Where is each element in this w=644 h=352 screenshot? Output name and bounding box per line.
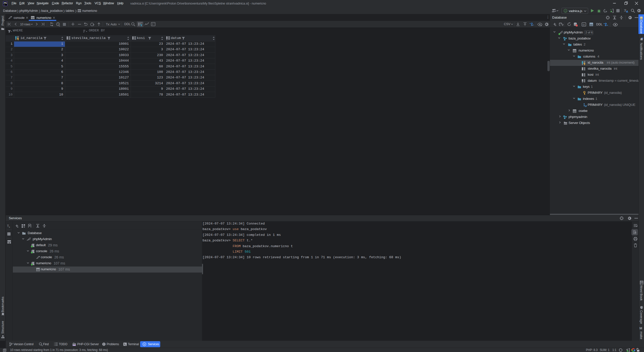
svg-text:JS: JS — [565, 10, 567, 12]
svg-text:A: A — [626, 10, 628, 13]
svg-text:PHP: PHP — [73, 344, 75, 346]
svg-text:QL: QL — [583, 23, 585, 26]
